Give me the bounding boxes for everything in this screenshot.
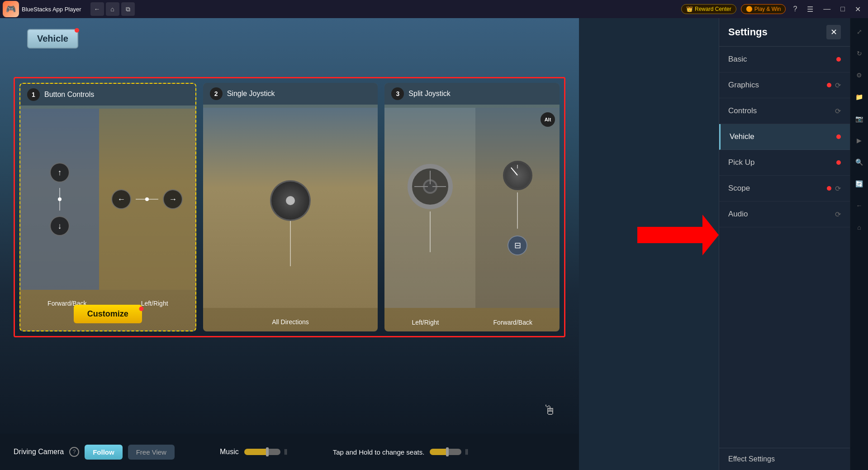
sidebar-item-graphics[interactable]: Graphics ⟳ (719, 72, 850, 98)
pickup-dot (836, 160, 841, 165)
split-joystick-card[interactable]: 3 Split Joystick (384, 83, 560, 331)
arrow-left-icon[interactable]: ← (853, 199, 866, 212)
all-directions-label: All Directions (272, 318, 309, 326)
sidebar-item-audio[interactable]: Audio ⟳ (719, 201, 850, 227)
fullscreen-icon[interactable]: ⤢ (853, 25, 866, 38)
mode1-title: Button Controls (44, 91, 94, 99)
sidebar-item-basic[interactable]: Basic (719, 47, 850, 72)
h-slider-dot (145, 197, 149, 201)
seat-slider-handle (446, 447, 449, 456)
macro-icon[interactable]: ▶ (853, 134, 866, 147)
left-arrow-btn[interactable]: ← (111, 189, 131, 209)
sidebar-header: Settings ✕ (719, 18, 850, 47)
graphics-label: Graphics (728, 81, 759, 90)
button-controls-card[interactable]: 1 Button Controls ↑ ↓ ← → (19, 83, 196, 331)
follow-button[interactable]: Follow (85, 445, 123, 460)
home-icon2[interactable]: ⌂ (853, 221, 866, 234)
vehicle-right (836, 134, 841, 139)
refresh-icon[interactable]: 🔄 (853, 177, 866, 191)
audio-label: Audio (728, 210, 748, 219)
seat-menu-icon[interactable]: ⦀ (465, 447, 469, 457)
up-arrow-btn[interactable]: ↑ (50, 163, 70, 182)
settings-sidebar: Settings ✕ Basic Graphics ⟳ Controls ⟳ (719, 18, 850, 470)
play-win-label: Play & Win (754, 6, 781, 12)
sidebar-items-list: Basic Graphics ⟳ Controls ⟳ Vehicle (719, 47, 850, 448)
copy-button[interactable]: ⧉ (121, 2, 135, 16)
sidebar-item-pickup[interactable]: Pick Up (719, 150, 850, 176)
rotate-icon[interactable]: ↻ (853, 47, 866, 60)
back-button[interactable]: ← (90, 2, 104, 16)
audio-right: ⟳ (835, 210, 841, 219)
search-icon2[interactable]: 🔍 (853, 155, 866, 169)
reward-center-label: Reward Center (695, 6, 731, 12)
menu-button[interactable]: ☰ (804, 4, 816, 14)
graphics-right: ⟳ (827, 81, 841, 90)
vehicle-label: Vehicle (730, 132, 754, 141)
down-arrow-btn[interactable]: ↓ (50, 216, 70, 236)
music-slider[interactable]: ⦀ (244, 447, 288, 457)
music-slider-handle (266, 447, 269, 456)
mode3-number: 3 (391, 87, 404, 100)
app-logo: 🎮 (3, 1, 19, 17)
sidebar-item-controls[interactable]: Controls ⟳ (719, 98, 850, 124)
dial (503, 161, 532, 190)
vehicle-tab-dot (75, 28, 79, 33)
scope-icon: ⟳ (835, 184, 841, 193)
dial-tick (517, 165, 518, 168)
vehicle-tab[interactable]: Vehicle (27, 29, 78, 48)
help-button[interactable]: ? (790, 4, 800, 14)
steering-group (408, 164, 453, 252)
customize-dot (139, 307, 144, 311)
steering-wheel (408, 164, 453, 209)
sidebar-item-scope[interactable]: Scope ⟳ (719, 176, 850, 201)
horizontal-slider (136, 199, 158, 200)
controls-right: ⟳ (835, 107, 841, 115)
vehicle-dot (836, 134, 841, 139)
pickup-right (836, 160, 841, 165)
basic-label: Basic (728, 55, 747, 64)
dial-line (517, 192, 518, 229)
sidebar-close-button[interactable]: ✕ (826, 25, 841, 39)
music-menu-icon[interactable]: ⦀ (284, 447, 288, 457)
home-button[interactable]: ⌂ (106, 2, 119, 16)
alt-badge: Alt (541, 112, 555, 127)
reward-center[interactable]: 👑 Reward Center (681, 4, 736, 14)
forward-back-panel: ↑ ↓ (20, 109, 99, 290)
seat-slider-track (430, 449, 461, 455)
scope-dot (827, 186, 831, 191)
maximize-button[interactable]: □ (838, 4, 848, 14)
pickup-label: Pick Up (728, 158, 755, 167)
effect-settings-label: Effect Settings (728, 455, 775, 463)
settings-icon[interactable]: ⚙ (853, 68, 866, 82)
effect-settings[interactable]: Effect Settings (719, 448, 850, 470)
minimize-button[interactable]: — (821, 4, 833, 14)
play-win[interactable]: 🟠 Play & Win (741, 4, 786, 14)
single-joystick-card[interactable]: 2 Single Joystick All Directions (203, 83, 378, 331)
split-left-label: Left/Right (412, 319, 439, 326)
folder-icon[interactable]: 📁 (853, 90, 866, 104)
brake-button[interactable]: ⊟ (508, 235, 527, 255)
sidebar-item-vehicle[interactable]: Vehicle (719, 124, 850, 150)
camera-icon[interactable]: 📷 (853, 112, 866, 125)
dial-group (503, 161, 532, 229)
seat-slider[interactable]: ⦀ (430, 447, 469, 457)
graphics-icon: ⟳ (835, 81, 841, 90)
spoke-right (432, 186, 446, 187)
basic-right (836, 57, 841, 62)
driving-camera-help[interactable]: ? (69, 447, 79, 457)
customize-button[interactable]: Customize (74, 305, 142, 323)
free-view-button[interactable]: Free View (128, 445, 175, 460)
nav-buttons: ← ⌂ ⧉ (90, 2, 135, 16)
app-name: BlueStacks App Player (22, 6, 81, 13)
mode3-labels: Left/Right Forward/Back (384, 319, 560, 326)
spoke-left (414, 186, 428, 187)
right-arrow-btn[interactable]: → (163, 189, 183, 209)
driving-camera-section: Driving Camera ? Follow Free View (14, 445, 175, 460)
split-right: Alt ⊟ (475, 108, 560, 308)
card2-header: 2 Single Joystick (203, 83, 378, 105)
card1-header: 1 Button Controls (20, 84, 195, 106)
graphics-dot (827, 83, 831, 87)
close-button[interactable]: ✕ (852, 4, 863, 14)
vertical-slider-line (59, 188, 60, 211)
joystick-area (203, 108, 378, 308)
